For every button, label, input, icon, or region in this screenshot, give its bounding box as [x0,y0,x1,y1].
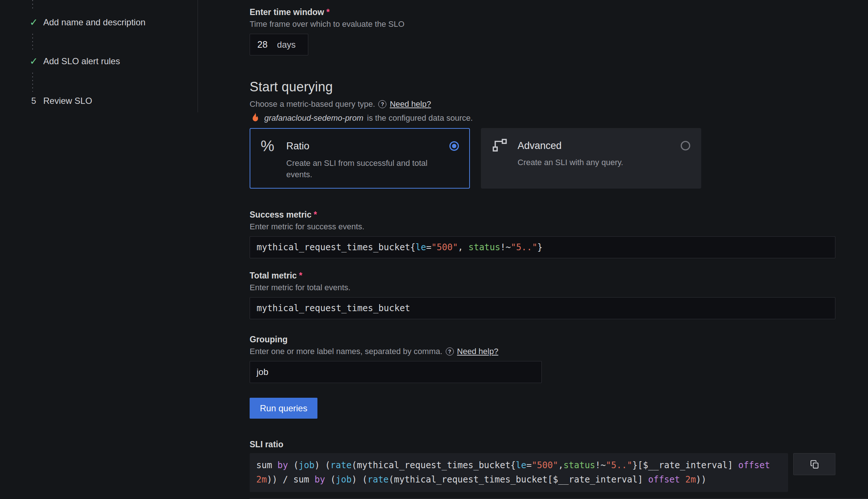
card-header: Advanced [492,138,690,153]
step-number: 5 [29,95,39,107]
query-type-card-ratio[interactable]: % Ratio Create an SLI from successful an… [250,128,470,189]
required-mark: * [299,271,302,280]
ratio-radio[interactable] [449,141,459,151]
need-help-link[interactable]: Need help? [457,346,499,357]
field-label-text: Enter time window [250,7,324,17]
grouping-input[interactable]: job [250,361,542,383]
wizard-stepper: ✓ Add name and description ✓ Add SLO ale… [0,0,198,147]
sli-ratio-row: sum by (job) (rate(mythical_request_time… [250,453,835,492]
step-label: Add name and description [43,17,146,28]
question-circle-icon: ? [378,100,386,108]
question-mark: ? [381,99,384,110]
success-metric-label: Success metric* [250,209,835,220]
query-type-subtitle-row: Choose a metric-based query type. ? Need… [250,99,835,110]
query-type-card-advanced[interactable]: Advanced Create an SLI with any query. [481,128,701,189]
datasource-name: grafanacloud-sedemo-prom [264,113,363,123]
success-metric-description: Enter metric for success events. [250,222,835,232]
field-description-text: Time frame over which to evaluate the SL… [250,19,404,29]
card-description: Create an SLI from successful and total … [286,157,455,180]
field-description-text: Enter metric for success events. [250,222,364,232]
time-window-label: Enter time window* [250,7,835,18]
radio-dot [452,144,456,148]
step-label: Add SLO alert rules [43,56,120,66]
wizard-content: Enter time window* Time frame over which… [250,0,835,492]
stepper-step-alert-rules[interactable]: ✓ Add SLO alert rules [29,55,120,68]
ratio-percent-icon: % [261,138,286,154]
field-label-text: Success metric [250,210,312,219]
total-metric-label: Total metric* [250,270,835,281]
stepper-connector [32,73,33,92]
stepper-step-name-description[interactable]: ✓ Add name and description [29,16,146,29]
run-queries-button[interactable]: Run queries [250,398,317,419]
required-mark: * [314,210,317,219]
time-window-value[interactable]: 28 [257,39,268,50]
query-type-cards: % Ratio Create an SLI from successful an… [250,128,835,189]
need-help-link[interactable]: Need help? [390,99,431,110]
stepper-divider [198,0,198,112]
sli-ratio-expression: sum by (job) (rate(mythical_request_time… [250,453,788,492]
copy-button[interactable] [793,453,835,475]
field-description-text: Enter one or more label names, separated… [250,346,442,357]
grafana-flame-icon [250,112,261,124]
grouping-description-row: Enter one or more label names, separated… [250,346,835,357]
stepper-connector [32,0,33,10]
question-mark: ? [448,346,452,357]
card-description: Create an SLI with any query. [518,157,686,168]
stepper-step-review-slo[interactable]: 5 Review SLO [29,95,92,107]
time-window-description: Time frame over which to evaluate the SL… [250,19,835,29]
query-type-subtitle: Choose a metric-based query type. [250,99,375,110]
success-metric-input[interactable]: mythical_request_times_bucket{le="500", … [250,236,835,258]
question-circle-icon: ? [446,347,454,356]
check-icon: ✓ [29,16,39,29]
total-metric-description: Enter metric for total events. [250,283,835,293]
field-description-text: Enter metric for total events. [250,283,350,293]
start-querying-heading: Start querying [250,79,835,95]
card-title: Ratio [286,141,449,152]
advanced-steps-icon [492,138,518,153]
total-metric-input[interactable]: mythical_request_times_bucket [250,297,835,319]
time-window-input[interactable]: 28 days [250,34,308,55]
card-title: Advanced [518,140,681,152]
advanced-radio[interactable] [681,141,690,150]
section-divider [250,498,868,499]
slo-wizard-page: ✓ Add name and description ✓ Add SLO ale… [0,0,868,499]
datasource-row: grafanacloud-sedemo-prom is the configur… [250,113,835,124]
time-window-unit: days [277,40,296,50]
required-mark: * [326,7,330,17]
sli-ratio-label: SLI ratio [250,439,835,449]
check-icon: ✓ [29,55,39,68]
field-label-text: Total metric [250,271,297,280]
datasource-suffix: is the configured data source. [367,113,473,123]
copy-icon [810,459,819,469]
card-header: % Ratio [261,138,459,154]
step-label: Review SLO [43,96,92,106]
grouping-label: Grouping [250,334,835,345]
stepper-connector [32,34,33,52]
